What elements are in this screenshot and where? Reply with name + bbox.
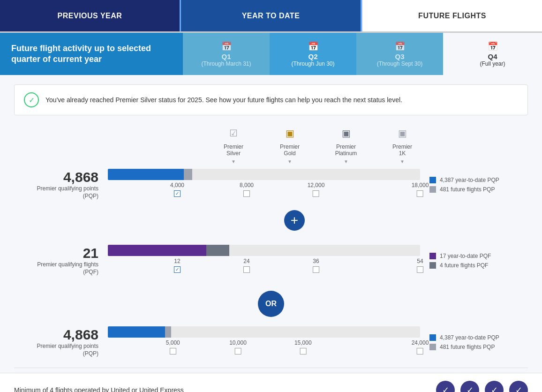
pqp2-legend-gray-dot xyxy=(429,344,436,350)
notice-box: ✓ You've already reached Premier Silver … xyxy=(14,84,528,115)
platinum-label: PremierPlatinum xyxy=(335,143,357,157)
q1-label: Q1 xyxy=(221,53,231,60)
pqf-legend-purple-dot xyxy=(429,253,436,259)
pqp2-ticks: 5,00010,00015,00024,000 xyxy=(108,339,420,358)
pqf-ticks: 12✓243654 xyxy=(108,258,420,277)
pqp-left: 4,868 Premier qualifying points(PQP) xyxy=(14,169,108,200)
tab-bar: PREVIOUS YEAR YEAR TO DATE FUTURE FLIGHT… xyxy=(0,0,542,33)
pqp2-bar-future xyxy=(165,326,171,338)
tick-checkbox-2[interactable] xyxy=(313,190,319,197)
tick-checkbox-0[interactable]: ✓ xyxy=(174,266,181,273)
pqp2-legend-ytd: 4,387 year-to-date PQP xyxy=(429,334,528,341)
pqp-legend-ytd-text: 4,387 year-to-date PQP xyxy=(440,177,499,183)
tick-0: 4,000✓ xyxy=(170,182,184,197)
gold-icon: ▣ xyxy=(281,125,298,142)
pqp2-bar-ytd xyxy=(108,326,165,338)
pqf-legend: 17 year-to-date PQF 4 future flights PQF xyxy=(420,253,528,269)
tick-checkbox-3[interactable] xyxy=(417,190,423,197)
pqf-legend-future: 4 future flights PQF xyxy=(429,262,528,269)
tick-checkbox-3[interactable] xyxy=(417,266,423,273)
pqp-bar xyxy=(108,169,420,180)
divider xyxy=(14,368,528,368)
quarter-q4-button[interactable]: 📅 Q4 (Full year) xyxy=(443,33,542,75)
q3-label: Q3 xyxy=(395,53,404,60)
platinum-icon: ▣ xyxy=(338,125,354,142)
pqp-ticks: 4,000✓8,00012,00018,000 xyxy=(108,182,420,201)
pqp2-row: 4,868 Premier qualifying points(PQP) 5,0… xyxy=(14,326,528,358)
status-icons-row: ☑ PremierSilver ▼ ▣ PremierGold ▼ ▣ Prem… xyxy=(0,125,542,164)
calendar-icon-q4: 📅 xyxy=(488,41,498,52)
chevron-down-platinum: ▼ xyxy=(344,159,348,164)
pqp-bar-future xyxy=(184,169,192,180)
pqp2-legend-future: 481 future flights PQP xyxy=(429,344,528,350)
tab-previous-year[interactable]: PREVIOUS YEAR xyxy=(0,0,180,31)
pqf-legend-future-text: 4 future flights PQF xyxy=(440,262,488,269)
q2-label: Q2 xyxy=(308,53,317,60)
tab-year-to-date[interactable]: YEAR TO DATE xyxy=(180,0,362,31)
quarter-q3-button[interactable]: 📅 Q3 (Through Sept 30) xyxy=(356,33,443,75)
tick-0: 5,000 xyxy=(166,339,180,354)
silver-label: PremierSilver xyxy=(224,143,243,157)
plus-button[interactable]: + xyxy=(284,210,305,231)
pqf-value: 21 xyxy=(14,245,98,261)
footer-check-1: ✓ xyxy=(436,381,455,392)
tick-checkbox-0[interactable]: ✓ xyxy=(174,190,181,197)
pqp-legend-future: 481 future flights PQP xyxy=(429,186,528,193)
pqf-bar-future xyxy=(206,245,229,256)
or-divider: OR xyxy=(258,291,284,317)
tick-checkbox-3[interactable] xyxy=(417,348,423,354)
tick-checkbox-1[interactable] xyxy=(243,190,250,197)
tick-1: 10,000 xyxy=(229,339,247,354)
silver-icon: ☑ xyxy=(225,125,242,142)
pqp2-bar-wrapper xyxy=(108,326,420,338)
pqp2-legend-future-text: 481 future flights PQP xyxy=(440,344,495,350)
pqp2-value: 4,868 xyxy=(14,327,98,343)
chevron-down-gold: ▼ xyxy=(287,159,292,164)
tick-3: 24,000 xyxy=(412,339,429,354)
pqp2-bar-section: 5,00010,00015,00024,000 xyxy=(108,326,420,358)
chevron-down-1k: ▼ xyxy=(400,159,405,164)
quarter-q1-button[interactable]: 📅 Q1 (Through March 31) xyxy=(183,33,270,75)
status-silver: ☑ PremierSilver ▼ xyxy=(205,125,262,164)
quarter-q2-button[interactable]: 📅 Q2 (Through Jun 30) xyxy=(270,33,356,75)
pqp-legend-ytd: 4,387 year-to-date PQP xyxy=(429,177,528,183)
tick-1: 24 xyxy=(243,258,250,273)
1k-icon: ▣ xyxy=(394,125,411,142)
notice-text: You've already reached Premier Silver st… xyxy=(45,96,402,104)
pqp-bar-ytd xyxy=(108,169,184,180)
gold-label: PremierGold xyxy=(280,143,300,157)
pqp-legend-future-text: 481 future flights PQP xyxy=(440,186,495,193)
tick-checkbox-2[interactable] xyxy=(300,348,306,354)
tick-checkbox-1[interactable] xyxy=(243,266,250,273)
q2-sub: (Through Jun 30) xyxy=(291,60,334,67)
calendar-icon-q3: 📅 xyxy=(395,41,405,52)
pqf-row: 21 Premier qualifying flights(PQF) 12✓24… xyxy=(14,245,528,277)
footer-bar: Minimum of 4 flights operated by United … xyxy=(0,373,542,392)
pqf-legend-gray-dot xyxy=(429,262,436,269)
tick-checkbox-1[interactable] xyxy=(234,348,241,354)
pqp2-legend: 4,387 year-to-date PQP 481 future flight… xyxy=(420,334,528,350)
tick-checkbox-2[interactable] xyxy=(313,266,319,273)
footer-text: Minimum of 4 flights operated by United … xyxy=(14,386,184,392)
pqp-legend: 4,387 year-to-date PQP 481 future flight… xyxy=(420,177,528,193)
tick-3: 54 xyxy=(417,258,423,273)
tick-2: 12,000 xyxy=(308,182,325,197)
calendar-icon-q2: 📅 xyxy=(308,41,318,52)
status-platinum: ▣ PremierPlatinum ▼ xyxy=(318,125,374,164)
pqp2-bar xyxy=(108,326,420,338)
pqp-bar-wrapper xyxy=(108,169,420,180)
quarter-selector-row: Future flight activity up to selected qu… xyxy=(0,33,542,75)
footer-check-4: ✓ xyxy=(509,381,528,392)
q4-label: Q4 xyxy=(488,53,497,60)
status-gold: ▣ PremierGold ▼ xyxy=(262,125,318,164)
tick-checkbox-0[interactable] xyxy=(170,348,176,354)
tab-future-flights[interactable]: FUTURE FLIGHTS xyxy=(362,0,542,31)
tick-2: 15,000 xyxy=(294,339,312,354)
chevron-down-silver: ▼ xyxy=(231,159,236,164)
q3-sub: (Through Sept 30) xyxy=(377,60,422,67)
pqp-row: 4,868 Premier qualifying points(PQP) 4,0… xyxy=(14,169,528,201)
tick-3: 18,000 xyxy=(412,182,429,197)
pqp-legend-gray-dot xyxy=(429,186,436,193)
pqp2-left: 4,868 Premier qualifying points(PQP) xyxy=(14,327,108,357)
tick-0: 12✓ xyxy=(174,258,181,273)
